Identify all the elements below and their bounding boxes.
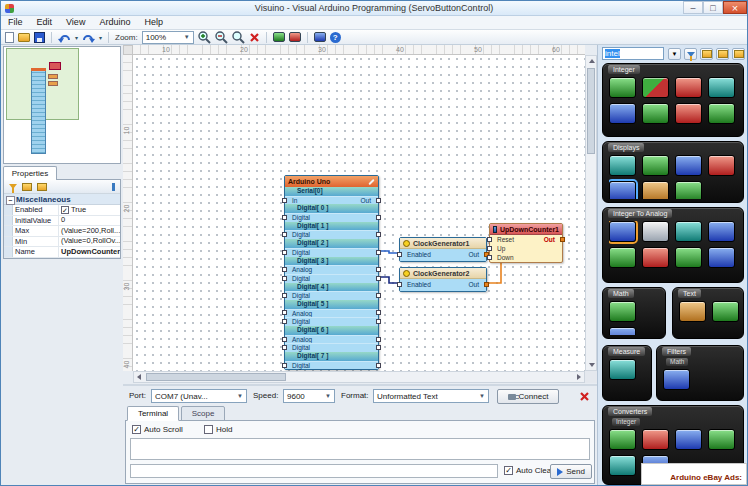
component-icon[interactable] bbox=[609, 181, 636, 199]
toolbox-search-input[interactable]: intel bbox=[602, 47, 664, 60]
up-input-pin[interactable] bbox=[487, 246, 492, 251]
section-label[interactable]: Integer To Analog bbox=[608, 209, 672, 218]
output-pin[interactable] bbox=[376, 310, 381, 315]
section-label[interactable]: Math bbox=[608, 289, 634, 298]
component-icon[interactable] bbox=[708, 221, 735, 242]
component-icon[interactable] bbox=[675, 77, 702, 98]
enabled-input-pin[interactable] bbox=[397, 252, 402, 257]
undo-dropdown-icon[interactable]: ▾ bbox=[75, 34, 78, 41]
auto-scroll-checkbox[interactable] bbox=[132, 425, 141, 434]
design-canvas[interactable]: Arduino Uno Serial[0]InOutDigital[ 0 ]Di… bbox=[133, 55, 585, 371]
scroll-right-icon[interactable] bbox=[577, 374, 581, 380]
hold-checkbox[interactable] bbox=[204, 425, 213, 434]
output-pin[interactable] bbox=[376, 198, 381, 203]
zoom-in-icon[interactable] bbox=[198, 31, 211, 44]
input-pin[interactable] bbox=[282, 345, 287, 350]
pin-panel-icon[interactable] bbox=[112, 183, 115, 191]
wire-digital2-to-clock1[interactable] bbox=[379, 251, 399, 253]
component-icon[interactable] bbox=[675, 103, 702, 124]
terminal-output[interactable] bbox=[130, 438, 590, 460]
maximize-button[interactable] bbox=[703, 1, 723, 14]
scroll-down-icon[interactable] bbox=[589, 363, 595, 367]
auto-clear-checkbox[interactable] bbox=[504, 466, 513, 475]
input-pin[interactable] bbox=[282, 319, 287, 324]
format-select[interactable]: Unformatted Text ▼ bbox=[373, 389, 489, 403]
property-row-initialvalue[interactable]: InitialValue0 bbox=[4, 216, 120, 227]
component-icon[interactable] bbox=[609, 327, 636, 335]
delete-icon[interactable] bbox=[249, 32, 260, 43]
component-icon[interactable] bbox=[642, 103, 669, 124]
input-pin[interactable] bbox=[282, 276, 287, 281]
component-icon[interactable] bbox=[675, 221, 702, 242]
scrollbar-thumb[interactable] bbox=[587, 68, 595, 154]
wrench-icon[interactable] bbox=[368, 178, 374, 184]
component-icon[interactable] bbox=[663, 369, 690, 390]
input-pin[interactable] bbox=[282, 250, 287, 255]
output-pin[interactable] bbox=[376, 276, 381, 281]
input-pin[interactable] bbox=[282, 267, 287, 272]
alphabetic-view-icon[interactable] bbox=[37, 183, 47, 191]
property-value[interactable]: (Value=0,RollOv... bbox=[59, 237, 120, 247]
section-label[interactable]: Converters bbox=[608, 407, 652, 416]
clock-output-pin[interactable] bbox=[484, 282, 489, 287]
section-label[interactable]: Measure bbox=[608, 347, 645, 356]
component-icon[interactable] bbox=[609, 155, 636, 176]
help-icon[interactable]: ? bbox=[330, 32, 341, 43]
redo-dropdown-icon[interactable]: ▾ bbox=[99, 34, 102, 41]
canvas-horizontal-scrollbar[interactable] bbox=[133, 371, 585, 383]
component-icon[interactable] bbox=[708, 429, 735, 450]
component-icon[interactable] bbox=[642, 77, 669, 98]
arduino-uno-header[interactable]: Arduino Uno bbox=[285, 176, 378, 187]
menu-item-arduino[interactable]: Arduino bbox=[92, 16, 137, 29]
scrollbar-thumb[interactable] bbox=[146, 373, 286, 381]
output-pin[interactable] bbox=[376, 250, 381, 255]
menu-item-help[interactable]: Help bbox=[137, 16, 170, 29]
component-icon[interactable] bbox=[609, 77, 636, 98]
property-value[interactable]: True bbox=[59, 205, 120, 215]
property-row-enabled[interactable]: EnabledTrue bbox=[4, 205, 120, 216]
property-row-min[interactable]: Min(Value=0,RollOv... bbox=[4, 237, 120, 248]
component-icon[interactable] bbox=[609, 359, 636, 380]
save-icon[interactable] bbox=[34, 32, 45, 43]
output-pin[interactable] bbox=[376, 363, 381, 368]
component-icon[interactable] bbox=[708, 155, 735, 176]
speed-select[interactable]: 9600 ▼ bbox=[283, 389, 335, 403]
component-icon[interactable] bbox=[712, 301, 739, 322]
arduino-uno-block[interactable]: Arduino Uno Serial[0]InOutDigital[ 0 ]Di… bbox=[284, 175, 379, 370]
section-label[interactable]: Text bbox=[678, 289, 701, 298]
output-pin[interactable] bbox=[376, 215, 381, 220]
auto-scroll-option[interactable]: Auto Scroll bbox=[132, 425, 183, 434]
reset-input-pin[interactable] bbox=[487, 237, 492, 242]
close-button[interactable] bbox=[723, 1, 747, 14]
ad-banner[interactable]: Arduino eBay Ads: bbox=[641, 463, 747, 485]
updowncounter1-header[interactable]: UpDownCounter1 bbox=[490, 224, 562, 235]
zoom-select[interactable]: 100% ▼ bbox=[142, 31, 194, 44]
output-pin[interactable] bbox=[376, 267, 381, 272]
filter-icon[interactable] bbox=[9, 184, 17, 189]
input-pin[interactable] bbox=[282, 232, 287, 237]
property-value[interactable]: UpDownCounter1 bbox=[59, 247, 120, 257]
updowncounter1-block[interactable]: UpDownCounter1 Reset Out Up Down bbox=[489, 223, 563, 263]
hold-option[interactable]: Hold bbox=[204, 425, 232, 434]
component-icon[interactable] bbox=[609, 455, 636, 476]
tab-terminal[interactable]: Terminal bbox=[127, 406, 179, 421]
input-pin[interactable] bbox=[282, 310, 287, 315]
overview-panel[interactable] bbox=[3, 46, 121, 164]
scroll-up-icon[interactable] bbox=[589, 59, 595, 63]
component-icon[interactable] bbox=[708, 247, 735, 268]
tab-properties[interactable]: Properties bbox=[3, 166, 57, 180]
expand-categories-button[interactable] bbox=[700, 48, 713, 60]
component-icon[interactable] bbox=[642, 221, 669, 242]
output-pin[interactable] bbox=[376, 345, 381, 350]
titlebar[interactable]: Visuino - Visual Arduino Programming (Se… bbox=[1, 1, 747, 16]
counter-output-pin[interactable] bbox=[560, 237, 565, 242]
property-row-max[interactable]: Max(Value=200,Roll... bbox=[4, 226, 120, 237]
input-pin[interactable] bbox=[282, 215, 287, 220]
down-input-pin[interactable] bbox=[487, 255, 492, 260]
search-dropdown-button[interactable]: ▼ bbox=[668, 48, 681, 60]
component-icon[interactable] bbox=[609, 247, 636, 268]
component-icon[interactable] bbox=[708, 77, 735, 98]
component-icon[interactable] bbox=[609, 429, 636, 450]
clockgenerator2-header[interactable]: ClockGenerator2 bbox=[400, 268, 486, 279]
minimize-button[interactable] bbox=[683, 1, 703, 14]
